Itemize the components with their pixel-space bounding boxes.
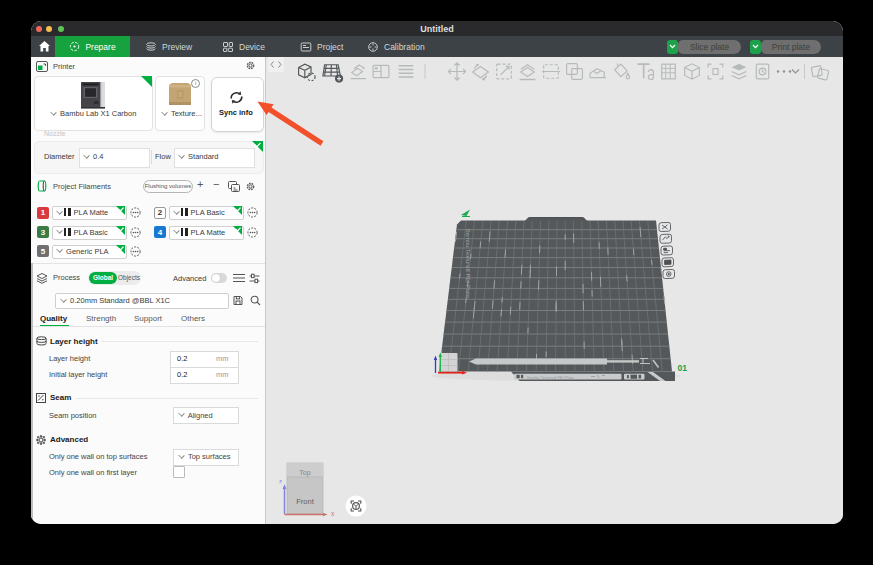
svg-text:Bambu Textured PEI Plate: Bambu Textured PEI Plate — [465, 229, 471, 298]
svg-text:Front: Front — [296, 497, 314, 506]
svg-text:z: z — [279, 478, 282, 484]
svg-text:Bambu Textured PEI Plate: Bambu Textured PEI Plate — [527, 375, 575, 380]
svg-text:Top: Top — [299, 469, 310, 477]
svg-text:01: 01 — [678, 363, 688, 373]
svg-text:x: x — [331, 510, 335, 517]
